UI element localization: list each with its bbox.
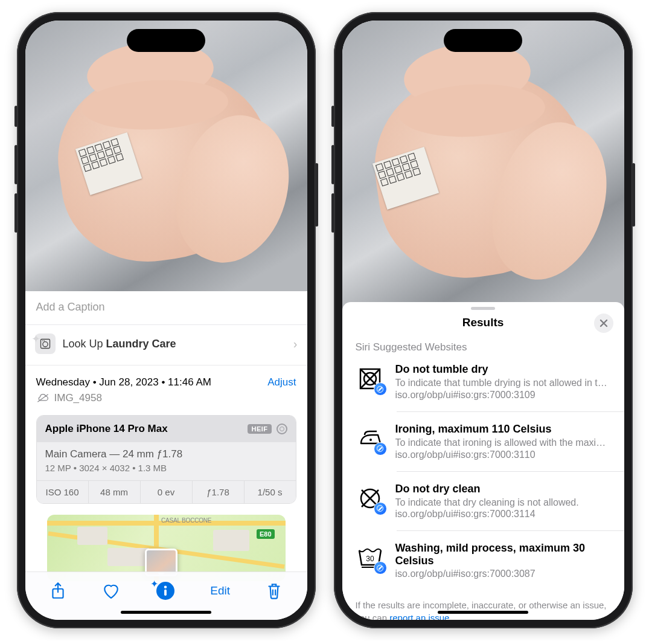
- info-icon: [156, 582, 174, 600]
- device-name: Apple iPhone 14 Pro Max: [45, 423, 168, 435]
- result-url: iso.org/obp/ui#iso:grs:7000:3110: [395, 449, 611, 460]
- svg-point-6: [164, 585, 167, 588]
- result-item[interactable]: Do not tumble dry To indicate that tumbl…: [356, 357, 624, 411]
- visual-lookup-row[interactable]: ✦ Look Up Laundry Care ›: [25, 325, 307, 365]
- caption-input[interactable]: Add a Caption: [25, 291, 307, 325]
- live-photo-icon: [277, 423, 287, 434]
- result-title: Do not dry clean: [395, 483, 611, 495]
- exif-aperture: ƒ1.78: [193, 481, 245, 503]
- photo-date: Wednesday • Jun 28, 2023 • 11:46 AM: [36, 376, 211, 388]
- share-button[interactable]: [50, 582, 66, 600]
- result-item[interactable]: 30 Washing, mild process, maximum 30 Cel…: [397, 530, 624, 590]
- do-not-dry-clean-icon: [356, 484, 385, 513]
- sparkle-icon: ✦: [31, 332, 40, 346]
- safari-icon: [374, 442, 387, 456]
- adjust-button[interactable]: Adjust: [267, 376, 296, 388]
- results-list: Do not tumble dry To indicate that tumbl…: [342, 357, 624, 590]
- svg-point-3: [43, 340, 45, 341]
- lookup-label: Look Up Laundry Care: [63, 338, 286, 350]
- side-button[interactable]: [315, 163, 318, 227]
- cloud-slash-icon: [36, 393, 50, 404]
- photo-preview[interactable]: [25, 21, 307, 291]
- exif-ev: 0 ev: [141, 481, 193, 503]
- volume-down-button[interactable]: [14, 193, 18, 233]
- volume-up-button[interactable]: [14, 145, 18, 184]
- result-item[interactable]: Ironing, maximum 110 Celsius To indicate…: [397, 411, 624, 471]
- close-icon: [599, 319, 608, 327]
- safari-icon: [374, 561, 387, 575]
- do-not-tumble-dry-icon: [356, 364, 385, 393]
- svg-point-12: [369, 439, 372, 441]
- volume-down-button[interactable]: [331, 193, 334, 233]
- silence-switch[interactable]: [14, 106, 18, 127]
- photo-metadata: Wednesday • Jun 28, 2023 • 11:46 AM Adju…: [25, 365, 307, 581]
- route-badge: E80: [257, 529, 275, 539]
- result-desc: To indicate that tumble drying is not al…: [395, 377, 611, 390]
- info-button[interactable]: ✦: [156, 582, 174, 600]
- home-indicator[interactable]: [121, 611, 211, 614]
- result-url: iso.org/obp/ui#iso:grs:7000:3109: [395, 390, 611, 401]
- image-dimensions: 12 MP • 3024 × 4032 • 1.3 MB: [45, 463, 287, 473]
- photo-preview[interactable]: [342, 21, 624, 311]
- result-url: iso.org/obp/ui#iso:grs:7000:3114: [395, 509, 611, 520]
- result-item[interactable]: Do not dry clean To indicate that dry cl…: [397, 471, 624, 531]
- iphone-left: Add a Caption ✦ Look Up Laundry Care › W…: [17, 12, 316, 628]
- format-badge: HEIF: [248, 424, 271, 434]
- chevron-right-icon: ›: [293, 337, 298, 351]
- svg-point-2: [42, 340, 43, 341]
- result-desc: To indicate that dry cleaning is not all…: [395, 497, 611, 509]
- report-issue-link[interactable]: report an issue: [389, 613, 449, 620]
- exif-iso: ISO 160: [37, 481, 89, 503]
- camera-info-card: Apple iPhone 14 Pro Max HEIF Main Camera…: [36, 415, 296, 504]
- edit-button[interactable]: Edit: [210, 584, 230, 597]
- svg-text:30: 30: [366, 555, 374, 563]
- home-indicator[interactable]: [438, 611, 528, 614]
- safari-icon: [374, 502, 387, 515]
- volume-up-button[interactable]: [331, 145, 334, 184]
- exif-focal: 48 mm: [89, 481, 141, 503]
- wash-30-icon: 30: [356, 543, 385, 572]
- svg-rect-7: [164, 589, 167, 595]
- lens-info: Main Camera — 24 mm ƒ1.78: [45, 448, 287, 460]
- dynamic-island: [444, 29, 522, 52]
- safari-icon: [374, 382, 387, 396]
- close-button[interactable]: [594, 314, 613, 333]
- silence-switch[interactable]: [331, 106, 334, 127]
- ironing-110-icon: [356, 424, 385, 453]
- results-footer: If the results are incomplete, inaccurat…: [342, 590, 624, 620]
- filename: IMG_4958: [54, 392, 102, 404]
- sheet-title: Results: [462, 316, 504, 329]
- dynamic-island: [127, 29, 205, 52]
- exif-shutter: 1/50 s: [245, 481, 296, 503]
- favorite-button[interactable]: [102, 582, 120, 599]
- result-url: iso.org/obp/ui#iso:grs:7000:3087: [395, 568, 611, 579]
- svg-point-1: [42, 342, 47, 347]
- section-header: Siri Suggested Websites: [342, 338, 624, 357]
- laundry-icon: ✦: [35, 333, 56, 354]
- results-sheet[interactable]: Results Siri Suggested Websites Do not t…: [342, 302, 624, 620]
- result-title: Ironing, maximum 110 Celsius: [395, 423, 611, 436]
- delete-button[interactable]: [266, 582, 282, 600]
- result-title: Washing, mild process, maximum 30 Celsiu…: [395, 542, 611, 567]
- result-title: Do not tumble dry: [395, 363, 611, 376]
- iphone-right: Results Siri Suggested Websites Do not t…: [334, 12, 633, 628]
- result-desc: To indicate that ironing is allowed with…: [395, 437, 611, 449]
- side-button[interactable]: [632, 163, 635, 227]
- map-area-label: CASAL BOCCONE: [161, 517, 211, 524]
